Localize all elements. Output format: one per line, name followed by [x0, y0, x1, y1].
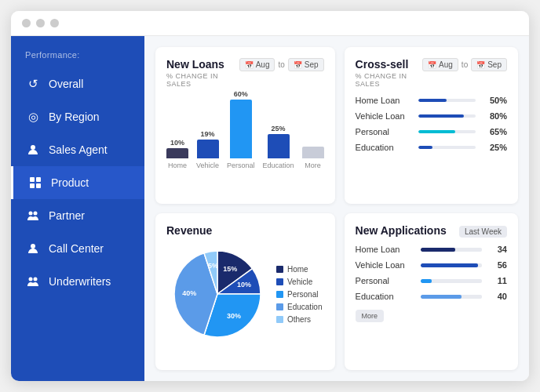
- revenue-legend: Home Vehicle Personal Education Others: [276, 265, 322, 324]
- cross-sell-card: Cross-sell % CHANGE IN SALES 📅 Aug to 📅 …: [345, 47, 518, 204]
- svg-rect-3: [30, 183, 35, 188]
- new-loans-subtitle: % CHANGE IN SALES: [166, 72, 239, 88]
- app-count: 11: [488, 276, 507, 285]
- legend-label: Vehicle: [287, 278, 312, 286]
- svg-point-5: [29, 212, 33, 216]
- new-applications-header: New Applications Last Week: [356, 224, 507, 238]
- legend-label: Personal: [287, 290, 318, 299]
- bar-group-personal: 60% Personal: [227, 90, 255, 169]
- sidebar-item-product[interactable]: Product: [11, 166, 144, 199]
- app-label: Education: [356, 292, 414, 301]
- sidebar-item-sales-agent[interactable]: Sales Agent: [11, 133, 144, 166]
- sidebar-item-label: Underwriters: [49, 275, 111, 288]
- new-loans-date-from[interactable]: 📅 Aug: [239, 58, 275, 71]
- new-applications-card: New Applications Last Week Home Loan 34 …: [345, 213, 518, 370]
- bar: [268, 134, 290, 158]
- main-content: New Loans % CHANGE IN SALES 📅 Aug to 📅 S…: [144, 36, 529, 381]
- svg-point-0: [31, 145, 35, 150]
- cross-sell-subtitle: % CHANGE IN SALES: [356, 72, 422, 88]
- legend-label: Home: [287, 265, 308, 274]
- pie-legend-item: Personal: [276, 290, 322, 299]
- product-icon: [27, 175, 43, 191]
- app-count: 56: [488, 260, 507, 270]
- bar: [197, 140, 219, 158]
- crosssell-label: Education: [356, 143, 412, 152]
- sidebar-item-by-region[interactable]: ◎ By Region: [11, 100, 144, 133]
- bar-group-more: More: [302, 145, 324, 169]
- crosssell-pct: 50%: [482, 96, 507, 105]
- revenue-pie-section: 15%10%30%40%5% Home Vehicle Personal Edu…: [166, 243, 324, 345]
- revenue-card: Revenue 15%10%30%40%5% Home Vehicle Pers…: [155, 213, 335, 370]
- sidebar-item-call-center[interactable]: Call Center: [11, 232, 144, 265]
- pie-legend-item: Others: [276, 315, 322, 324]
- svg-text:40%: 40%: [182, 289, 196, 297]
- cross-sell-date-from[interactable]: 📅 Aug: [422, 58, 458, 71]
- bar-line-container: [418, 114, 476, 118]
- bar-label: Personal: [227, 162, 255, 169]
- bar-line-container: [418, 130, 476, 133]
- svg-text:30%: 30%: [227, 312, 241, 320]
- svg-point-9: [34, 278, 38, 281]
- app-row: Personal 11: [356, 276, 507, 285]
- sidebar-item-partner[interactable]: Partner: [11, 199, 144, 232]
- window-dot-1: [22, 19, 31, 27]
- sidebar-item-overall[interactable]: ↺ Overall: [11, 67, 144, 100]
- bar-pct: 60%: [234, 90, 248, 98]
- pie-legend-item: Home: [276, 265, 322, 274]
- app-row: Vehicle Loan 56: [356, 260, 507, 270]
- cross-sell-header: Cross-sell % CHANGE IN SALES 📅 Aug to 📅 …: [356, 58, 507, 94]
- window-dot-3: [50, 19, 59, 27]
- cross-sell-date-to[interactable]: 📅 Sep: [471, 58, 507, 71]
- calendar-icon: 📅: [245, 61, 254, 69]
- overall-icon: ↺: [25, 76, 41, 92]
- svg-point-6: [34, 212, 38, 216]
- legend-dot: [276, 278, 283, 285]
- svg-rect-4: [36, 183, 41, 188]
- bar-pct: 25%: [272, 125, 286, 132]
- app-label: Vehicle Loan: [356, 260, 414, 270]
- app-bar: [421, 279, 432, 283]
- sales-agent-icon: [25, 142, 41, 158]
- bar-label: Home: [168, 162, 187, 169]
- calendar-icon: 📅: [294, 61, 302, 69]
- bar: [302, 147, 324, 158]
- sidebar-item-label: Partner: [49, 209, 85, 222]
- bar: [166, 148, 188, 158]
- region-icon: ◎: [25, 109, 41, 125]
- svg-text:10%: 10%: [237, 281, 251, 289]
- underwriters-icon: [25, 274, 41, 289]
- bar: [230, 100, 252, 158]
- calendar-icon: 📅: [476, 61, 485, 69]
- cross-sell-date-range: 📅 Aug to 📅 Sep: [422, 58, 507, 71]
- titlebar: [11, 11, 529, 36]
- sidebar-item-label: Call Center: [49, 242, 104, 255]
- more-button[interactable]: More: [356, 310, 385, 322]
- window-dot-2: [36, 19, 45, 27]
- bar-group-home: 10% Home: [166, 139, 188, 169]
- application-rows: Home Loan 34 Vehicle Loan 56 Personal 11…: [356, 245, 507, 301]
- sidebar-item-underwriters[interactable]: Underwriters: [11, 265, 144, 298]
- calendar-icon: 📅: [428, 61, 436, 69]
- partner-icon: [25, 208, 41, 223]
- bar-line-container: [418, 146, 476, 149]
- pie-legend-item: Vehicle: [276, 278, 322, 286]
- new-loans-title-group: New Loans % CHANGE IN SALES: [166, 58, 239, 94]
- app-bar: [421, 263, 478, 267]
- sidebar-item-label: Sales Agent: [49, 143, 108, 156]
- call-center-icon: [25, 241, 41, 256]
- legend-dot: [276, 291, 283, 298]
- sidebar-section-label: Performance:: [11, 50, 144, 67]
- bar-pct: 10%: [170, 139, 184, 147]
- app-count: 34: [488, 245, 507, 254]
- legend-dot: [276, 316, 283, 323]
- new-loans-card: New Loans % CHANGE IN SALES 📅 Aug to 📅 S…: [155, 47, 335, 204]
- cross-sell-title-group: Cross-sell % CHANGE IN SALES: [356, 58, 422, 94]
- new-loans-date-to[interactable]: 📅 Sep: [288, 58, 324, 71]
- crosssell-row: Vehicle Loan 80%: [356, 111, 507, 121]
- sidebar-item-label: Product: [51, 176, 89, 189]
- bar-group-education: 25% Education: [263, 125, 294, 169]
- legend-dot: [276, 266, 283, 273]
- crosssell-pct: 80%: [482, 111, 507, 121]
- bar-group-vehicle: 19% Vehicle: [196, 130, 219, 169]
- legend-label: Others: [287, 315, 311, 324]
